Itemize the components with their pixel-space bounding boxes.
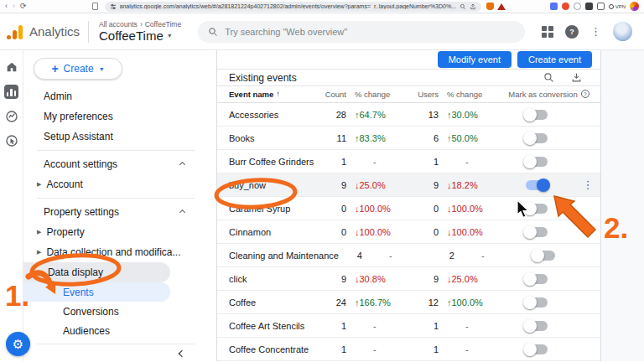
section-property-settings[interactable]: Property settings (23, 202, 216, 222)
download-icon[interactable] (571, 72, 582, 83)
address-bar[interactable]: analytics.google.com/analytics/web/#/a28… (105, 2, 481, 12)
table-row: Cinnamon0↓100.0%0↓100.0% (217, 220, 600, 244)
event-name-cell: click (217, 274, 323, 284)
modify-event-button[interactable]: Modify event (438, 51, 512, 68)
sidebar-item-property[interactable]: ▶ Property (23, 222, 216, 242)
users-cell: 0 (405, 204, 439, 214)
url-text: analytics.google.com/analytics/web/#/a28… (120, 3, 456, 9)
browser-toolbar: ‹ › ⟳ analytics.google.com/analytics/web… (0, 0, 644, 13)
sidebar-item-my-preferences[interactable]: My preferences (23, 106, 216, 127)
users-change-cell: ↓25.0% (447, 274, 497, 284)
product-name: Analytics (29, 24, 80, 39)
browser-back-icon[interactable]: ‹ (5, 3, 8, 10)
caret-right-icon: ▶ (37, 249, 41, 256)
collapse-sidebar-icon[interactable] (179, 350, 185, 357)
reports-icon[interactable] (4, 85, 18, 99)
event-name-cell: Cinnamon (217, 227, 323, 237)
nav-rail: ⚙ (0, 50, 23, 361)
event-name-cell: Caramel Syrup (217, 204, 323, 214)
account-switcher[interactable]: CoffeeTime ▼ (99, 28, 181, 43)
chevron-up-icon (179, 209, 185, 215)
conversion-cell (497, 157, 575, 167)
user-avatar[interactable] (613, 22, 632, 41)
panel-title: Existing events (217, 72, 297, 84)
table-row: Cleaning and Maintenance4-2- (217, 244, 600, 267)
count-cell: 28 (323, 110, 346, 120)
browser-panel-icon[interactable] (585, 3, 593, 10)
column-count: Count (323, 90, 346, 99)
more-menu-icon[interactable]: ⋮ (590, 26, 601, 37)
existing-events-toolbar: Existing events (217, 69, 600, 85)
conversion-cell (497, 344, 575, 354)
breadcrumb[interactable]: All accounts › CoffeeTime (99, 20, 181, 28)
bookmark-icon[interactable] (92, 3, 98, 10)
row-more-menu-icon[interactable]: ⋮ (583, 178, 594, 191)
mark-as-conversion-toggle[interactable] (526, 227, 548, 237)
conversion-cell (497, 110, 575, 120)
users-cell: 1 (405, 157, 439, 167)
count-change-cell: - (355, 321, 405, 331)
browser-forward-icon[interactable]: › (13, 3, 15, 10)
mark-as-conversion-toggle[interactable] (526, 180, 548, 190)
users-change-cell: ↑50.0% (447, 133, 497, 143)
extension-ring-icon[interactable] (574, 3, 581, 10)
count-cell: 9 (323, 180, 346, 190)
mark-as-conversion-toggle[interactable] (526, 157, 548, 167)
share-icon[interactable] (470, 3, 476, 10)
mark-as-conversion-toggle[interactable] (526, 321, 548, 331)
count-change-cell: ↑64.7% (355, 110, 405, 120)
count-change-cell: - (355, 344, 405, 354)
site-settings-icon (110, 3, 117, 10)
mark-as-conversion-toggle[interactable] (526, 110, 548, 120)
explore-icon[interactable] (5, 110, 18, 123)
create-event-button[interactable]: Create event (517, 51, 592, 68)
home-icon[interactable] (5, 60, 18, 74)
search-input[interactable]: Try searching "Web overview" (198, 21, 525, 43)
extension-blue-icon[interactable] (550, 3, 558, 10)
column-mark-as-conversion: Mark as conversion ? (497, 90, 600, 99)
event-name-cell: buy_now (217, 180, 323, 190)
vpn-indicator[interactable]: VPN (609, 4, 626, 9)
mark-as-conversion-toggle[interactable] (526, 133, 548, 143)
apps-grid-icon[interactable] (542, 26, 553, 38)
extension-shield-icon[interactable] (486, 3, 494, 10)
table-row: click9↓30.8%9↓25.0% (217, 267, 600, 291)
users-change-cell: - (447, 321, 497, 331)
chevron-up-icon (179, 161, 185, 167)
mark-as-conversion-toggle[interactable] (526, 297, 548, 308)
browser-profile-avatar[interactable] (630, 2, 639, 11)
sidebar-item-events[interactable]: Events (23, 282, 170, 302)
sidebar-item-audiences[interactable]: Audiences (23, 321, 216, 340)
mark-as-conversion-toggle[interactable] (526, 274, 548, 284)
sidebar-item-data-collection[interactable]: ▶ Data collection and modifica... (23, 242, 216, 262)
divider (37, 150, 195, 151)
event-name-cell: Books (217, 133, 323, 143)
extension-red-icon[interactable] (562, 3, 569, 10)
sidebar-item-conversions[interactable]: Conversions (23, 302, 216, 321)
admin-sidebar: + Create ▼ Admin My preferences Setup As… (23, 50, 216, 361)
mark-as-conversion-toggle[interactable] (526, 344, 548, 354)
conversion-cell (497, 133, 575, 143)
mark-as-conversion-toggle[interactable] (533, 251, 555, 261)
help-tooltip-icon[interactable]: ? (581, 90, 589, 98)
table-row: Accessories28↑64.7%13↑30.0% (217, 103, 600, 127)
zoom-icon[interactable] (460, 3, 466, 10)
sidebar-item-setup-assistant[interactable]: Setup Assistant (23, 127, 216, 147)
caret-right-icon: ▶ (37, 181, 41, 188)
sidebar-item-data-display[interactable]: ▼ Data display (23, 262, 170, 282)
help-icon[interactable]: ? (565, 25, 579, 39)
mark-as-conversion-toggle[interactable] (526, 204, 548, 214)
sidebar-item-account[interactable]: ▶ Account (23, 174, 216, 194)
column-event-name[interactable]: Event name ↑ (217, 90, 323, 99)
browser-tab-icon[interactable] (597, 3, 605, 10)
create-button[interactable]: + Create ▼ (34, 58, 122, 80)
users-change-cell: ↑30.0% (447, 110, 497, 120)
browser-reload-icon[interactable]: ⟳ (20, 3, 27, 10)
divider (37, 344, 195, 344)
extension-triangle-icon[interactable] (497, 3, 506, 10)
search-events-icon[interactable] (543, 72, 554, 83)
count-cell: 1 (323, 344, 346, 354)
advertising-icon[interactable] (5, 134, 18, 147)
section-account-settings[interactable]: Account settings (23, 154, 216, 174)
sidebar-item-admin[interactable]: Admin (23, 86, 216, 106)
